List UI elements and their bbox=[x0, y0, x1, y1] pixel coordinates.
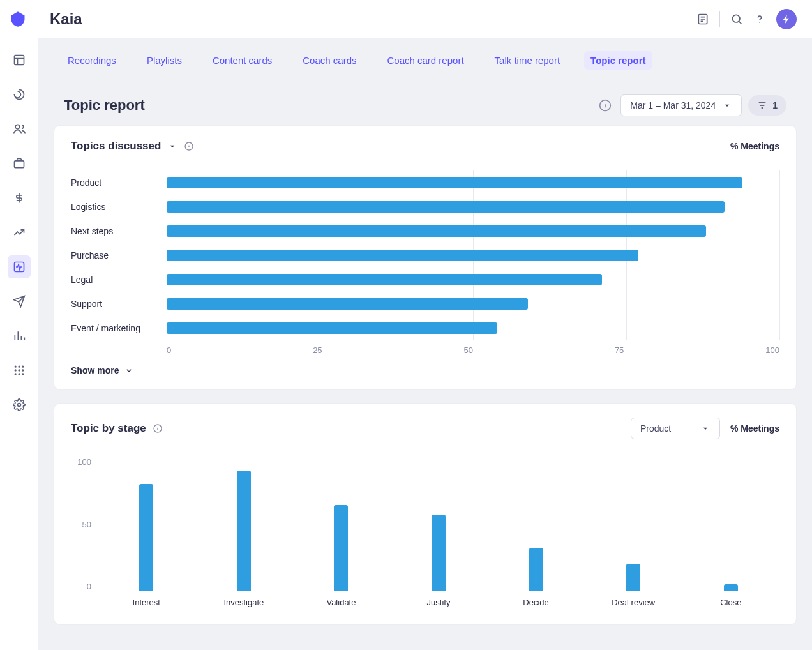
hbar-row: Logistics bbox=[71, 195, 779, 219]
svg-point-9 bbox=[22, 369, 24, 371]
app-logo-icon bbox=[9, 10, 29, 31]
filter-count: 1 bbox=[772, 100, 778, 110]
filter-button[interactable]: 1 bbox=[748, 95, 786, 116]
tab-coach-card-report[interactable]: Coach card report bbox=[381, 51, 470, 70]
topics-bar-chart: ProductLogisticsNext stepsPurchaseLegalS… bbox=[71, 170, 779, 355]
svg-point-16 bbox=[759, 22, 760, 23]
stage-card-title: Topic by stage bbox=[71, 422, 163, 435]
filter-icon bbox=[757, 100, 767, 110]
svg-point-12 bbox=[22, 373, 24, 375]
date-range-picker[interactable]: Mar 1 – Mar 31, 2024 bbox=[620, 94, 742, 116]
search-icon[interactable] bbox=[730, 13, 743, 26]
svg-point-4 bbox=[14, 366, 16, 368]
axis-tick: 50 bbox=[71, 520, 91, 529]
hbar-row: Purchase bbox=[71, 243, 779, 268]
show-more-button[interactable]: Show more bbox=[71, 365, 779, 375]
hbar-row: Event / marketing bbox=[71, 316, 779, 340]
nav-people-icon[interactable] bbox=[8, 117, 31, 140]
hbar-label: Event / marketing bbox=[71, 323, 167, 333]
hbar-label: Logistics bbox=[71, 202, 167, 212]
axis-tick: 25 bbox=[313, 345, 322, 355]
svg-rect-2 bbox=[14, 161, 24, 168]
hbar-fill[interactable] bbox=[167, 225, 706, 237]
vbar-col: Validate bbox=[292, 457, 390, 610]
axis-tick: 75 bbox=[615, 345, 624, 355]
hbar-label: Product bbox=[71, 178, 167, 188]
nav-activity-icon[interactable] bbox=[8, 83, 31, 106]
caret-down-icon bbox=[700, 423, 710, 434]
hbar-label: Next steps bbox=[71, 226, 167, 236]
vbar-col: Investigate bbox=[195, 457, 293, 610]
vbar-bar[interactable] bbox=[432, 515, 446, 591]
nav-send-icon[interactable] bbox=[8, 290, 31, 313]
vbar-bar[interactable] bbox=[237, 471, 251, 591]
topic-dropdown[interactable]: Product bbox=[631, 418, 720, 439]
axis-tick: 0 bbox=[71, 582, 91, 591]
svg-point-1 bbox=[15, 125, 20, 129]
hbar-row: Product bbox=[71, 170, 779, 195]
nav-apps-icon[interactable] bbox=[8, 359, 31, 382]
date-range-label: Mar 1 – Mar 31, 2024 bbox=[630, 100, 716, 110]
caret-down-icon bbox=[722, 100, 732, 110]
topbar: Kaia bbox=[38, 0, 812, 38]
hbar-fill[interactable] bbox=[167, 250, 638, 261]
vbar-category-label: Interest bbox=[133, 591, 160, 610]
svg-point-7 bbox=[14, 369, 16, 371]
nav-briefcase-icon[interactable] bbox=[8, 152, 31, 175]
hbar-label: Support bbox=[71, 299, 167, 309]
tab-playlists[interactable]: Playlists bbox=[140, 51, 188, 70]
vbar-bar[interactable] bbox=[724, 584, 738, 591]
svg-point-15 bbox=[732, 15, 740, 22]
hbar-fill[interactable] bbox=[167, 322, 497, 334]
tabbar: RecordingsPlaylistsContent cardsCoach ca… bbox=[38, 38, 812, 80]
metric-label: % Meetings bbox=[730, 141, 779, 151]
axis-tick: 0 bbox=[167, 345, 171, 355]
topics-card-title[interactable]: Topics discussed bbox=[71, 140, 194, 153]
nav-dollar-icon[interactable] bbox=[8, 186, 31, 209]
axis-tick: 100 bbox=[765, 345, 779, 355]
vbar-col: Interest bbox=[98, 457, 195, 610]
tab-topic-report[interactable]: Topic report bbox=[584, 51, 652, 70]
hbar-row: Legal bbox=[71, 268, 779, 292]
avatar[interactable] bbox=[776, 9, 797, 29]
page-title: Topic report bbox=[64, 97, 145, 114]
hbar-row: Next steps bbox=[71, 219, 779, 243]
tab-coach-cards[interactable]: Coach cards bbox=[296, 51, 363, 70]
vbar-bar[interactable] bbox=[626, 564, 640, 591]
nav-layout-icon[interactable] bbox=[8, 49, 31, 72]
nav-bars-icon[interactable] bbox=[8, 324, 31, 347]
topics-discussed-card: Topics discussed % Meetings ProductLogis… bbox=[54, 125, 797, 390]
svg-rect-0 bbox=[14, 56, 24, 65]
axis-tick: 100 bbox=[71, 457, 91, 467]
svg-point-10 bbox=[14, 373, 16, 375]
vbar-bar[interactable] bbox=[139, 484, 153, 591]
info-icon[interactable] bbox=[599, 99, 612, 112]
vbar-bar[interactable] bbox=[529, 548, 543, 591]
help-icon[interactable] bbox=[753, 13, 766, 26]
tab-talk-time-report[interactable]: Talk time report bbox=[488, 51, 567, 70]
nav-trend-icon[interactable] bbox=[8, 221, 31, 244]
svg-point-6 bbox=[22, 366, 24, 368]
vbar-category-label: Deal review bbox=[612, 591, 655, 610]
nav-settings-icon[interactable] bbox=[8, 393, 31, 416]
vbar-col: Close bbox=[682, 457, 779, 610]
tab-content-cards[interactable]: Content cards bbox=[206, 51, 278, 70]
svg-point-11 bbox=[18, 373, 20, 375]
hbar-fill[interactable] bbox=[167, 177, 742, 188]
notes-icon[interactable] bbox=[696, 13, 709, 26]
nav-pulse-icon[interactable] bbox=[8, 255, 31, 278]
hbar-fill[interactable] bbox=[167, 201, 725, 213]
info-icon[interactable] bbox=[184, 141, 194, 151]
vbar-bar[interactable] bbox=[334, 505, 348, 591]
tab-recordings[interactable]: Recordings bbox=[61, 51, 123, 70]
svg-point-8 bbox=[18, 369, 20, 371]
sidebar bbox=[0, 0, 38, 650]
hbar-fill[interactable] bbox=[167, 274, 602, 285]
hbar-label: Purchase bbox=[71, 250, 167, 261]
hbar-fill[interactable] bbox=[167, 298, 528, 310]
vbar-category-label: Investigate bbox=[223, 591, 264, 610]
info-icon[interactable] bbox=[153, 423, 163, 434]
vbar-col: Deal review bbox=[585, 457, 682, 610]
vbar-category-label: Close bbox=[720, 591, 741, 610]
topic-by-stage-card: Topic by stage Product % Meetings 100500… bbox=[54, 403, 797, 625]
